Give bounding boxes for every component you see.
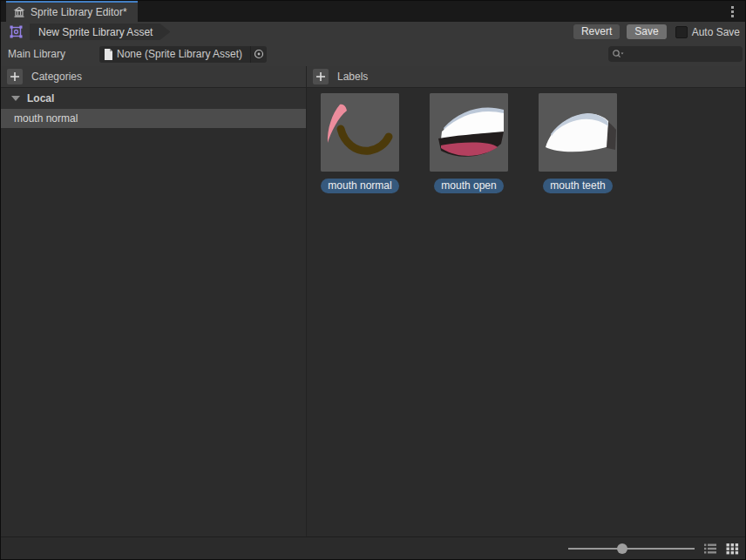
- labels-panel: mouth normal mouth open: [307, 88, 745, 536]
- sprite-thumbnail-mouth-open: [430, 93, 508, 172]
- auto-save-toggle[interactable]: Auto Save: [675, 26, 740, 38]
- sprite-thumbnail-mouth-normal: [321, 93, 399, 172]
- auto-save-checkbox[interactable]: [675, 26, 688, 38]
- zoom-slider-thumb[interactable]: [617, 543, 627, 554]
- auto-save-label: Auto Save: [692, 26, 740, 38]
- revert-button[interactable]: Revert: [573, 24, 620, 39]
- panel-headers: Categories Labels: [1, 66, 745, 88]
- add-label-button[interactable]: [313, 69, 329, 84]
- bottom-bar: [1, 536, 745, 559]
- search-input[interactable]: [624, 48, 739, 60]
- sprite-label-pill: mouth normal: [321, 179, 398, 193]
- labels-header-label: Labels: [337, 71, 368, 83]
- panels: Local mouth normal mouth normal: [1, 88, 745, 536]
- categories-header-label: Categories: [31, 71, 82, 83]
- plus-icon: [10, 71, 20, 82]
- plus-icon: [315, 71, 326, 82]
- kebab-menu-icon[interactable]: [722, 1, 742, 22]
- sprite-thumbnail-mouth-teeth: [539, 93, 617, 172]
- bottom-bar-controls: [568, 543, 739, 555]
- main-library-row: Main Library None (Sprite Library Asset): [1, 42, 745, 66]
- toolbar: New Sprite Library Asset Revert Save Aut…: [1, 22, 745, 42]
- sprite-item-mouth-teeth[interactable]: mouth teeth: [539, 93, 617, 193]
- save-button[interactable]: Save: [627, 24, 666, 39]
- object-field-value: None (Sprite Library Asset): [117, 48, 250, 60]
- breadcrumb[interactable]: New Sprite Library Asset: [30, 24, 170, 40]
- add-category-button[interactable]: [7, 69, 23, 84]
- categories-panel: Local mouth normal: [1, 88, 307, 536]
- sprite-grid: mouth normal mouth open: [307, 88, 745, 193]
- sprite-library-asset-icon: [9, 24, 24, 39]
- grid-view-icon: [726, 543, 739, 555]
- sprite-label-pill: mouth open: [434, 179, 503, 193]
- labels-header: Labels: [307, 66, 745, 87]
- main-library-label: Main Library: [8, 48, 99, 60]
- search-field[interactable]: [608, 46, 743, 62]
- library-icon: [13, 6, 25, 18]
- object-picker-button[interactable]: [250, 46, 267, 63]
- search-icon: [612, 49, 624, 59]
- local-foldout[interactable]: Local: [1, 88, 306, 109]
- list-view-icon: [703, 543, 717, 555]
- sprite-item-mouth-normal[interactable]: mouth normal: [321, 93, 399, 193]
- category-item-mouth-normal[interactable]: mouth normal: [1, 109, 306, 128]
- document-icon: [104, 49, 113, 60]
- main-library-object-field[interactable]: None (Sprite Library Asset): [99, 46, 267, 63]
- toolbar-actions: Revert Save Auto Save: [573, 24, 740, 39]
- zoom-slider-track[interactable]: [568, 548, 695, 550]
- grid-view-button[interactable]: [726, 543, 739, 555]
- sprite-library-editor-window: Sprite Library Editor* New Sprite Librar…: [0, 0, 746, 560]
- categories-header: Categories: [1, 66, 307, 87]
- local-group-label: Local: [27, 92, 54, 105]
- sprite-label-pill: mouth teeth: [543, 179, 612, 193]
- object-picker-icon: [254, 49, 264, 59]
- sprite-item-mouth-open[interactable]: mouth open: [430, 93, 508, 193]
- tab-sprite-library-editor[interactable]: Sprite Library Editor*: [6, 1, 138, 22]
- foldout-arrow-icon: [11, 96, 20, 101]
- tab-title: Sprite Library Editor*: [31, 6, 127, 18]
- zoom-slider[interactable]: [568, 543, 695, 555]
- list-view-button[interactable]: [703, 543, 717, 555]
- titlebar: Sprite Library Editor*: [1, 1, 745, 22]
